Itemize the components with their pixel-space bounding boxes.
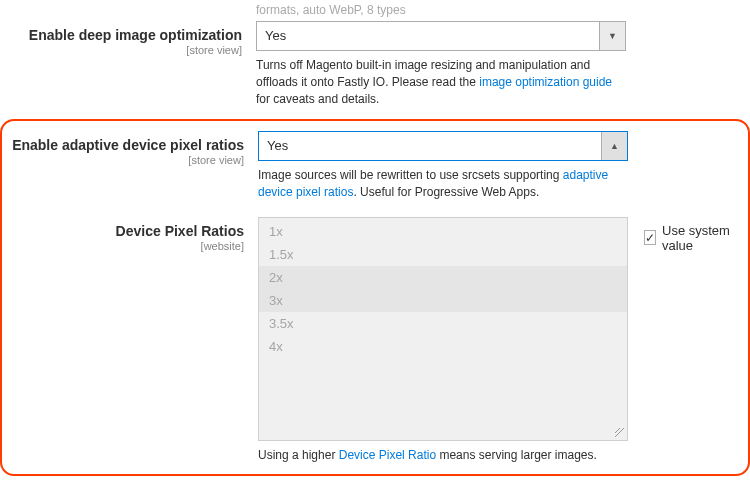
chevron-down-icon: ▼ <box>599 22 625 50</box>
device-pixel-ratios-note: Using a higher Device Pixel Ratio means … <box>258 447 628 464</box>
adaptive-ratios-select[interactable]: Yes ▲ <box>258 131 628 161</box>
deep-image-opt-note: Turns off Magento built-in image resizin… <box>256 57 626 107</box>
scope-deep-image-opt: [store view] <box>0 44 242 56</box>
scope-adaptive-ratios: [store view] <box>2 154 244 166</box>
deep-image-opt-select[interactable]: Yes ▼ <box>256 21 626 51</box>
label-deep-image-opt: Enable deep image optimization <box>29 27 242 43</box>
image-optimization-guide-link[interactable]: image optimization guide <box>479 75 612 89</box>
ratio-option[interactable]: 3x <box>259 289 627 312</box>
ratio-option[interactable]: 1.5x <box>259 243 627 266</box>
adaptive-ratios-value: Yes <box>259 132 601 160</box>
deep-image-opt-value: Yes <box>257 22 599 50</box>
use-system-value-checkbox[interactable]: ✓ Use system value <box>644 223 738 253</box>
truncated-text: formats, auto WebP, 8 types <box>256 3 406 17</box>
chevron-up-icon: ▲ <box>601 132 627 160</box>
label-adaptive-ratios: Enable adaptive device pixel ratios <box>12 137 244 153</box>
adaptive-ratios-note: Image sources will be rewritten to use s… <box>258 167 628 201</box>
ratio-option[interactable]: 4x <box>259 335 627 358</box>
use-system-value-label: Use system value <box>662 223 738 253</box>
highlight-adaptive-ratios: Enable adaptive device pixel ratios [sto… <box>0 119 750 475</box>
device-pixel-ratio-link[interactable]: Device Pixel Ratio <box>339 448 436 462</box>
ratio-option[interactable]: 1x <box>259 220 627 243</box>
label-device-pixel-ratios: Device Pixel Ratios <box>116 223 244 239</box>
device-pixel-ratios-multiselect[interactable]: 1x1.5x2x3x3.5x4x <box>258 217 628 441</box>
ratio-option[interactable]: 3.5x <box>259 312 627 335</box>
scope-device-pixel-ratios: [website] <box>2 240 244 252</box>
ratio-option[interactable]: 2x <box>259 266 627 289</box>
checkmark-icon: ✓ <box>644 230 656 245</box>
